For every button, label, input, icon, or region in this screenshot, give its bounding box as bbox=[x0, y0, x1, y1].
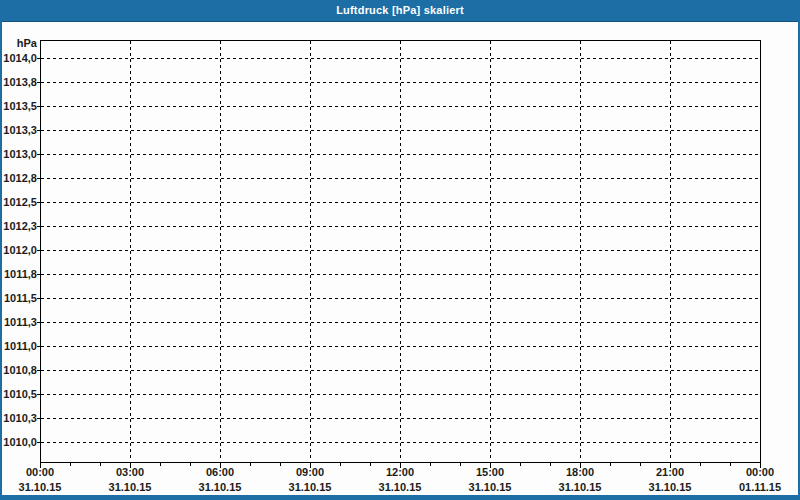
chart-grid bbox=[0, 0, 800, 500]
chart-window: Luftdruck [hPa] skaliert hPa 1014,01013,… bbox=[0, 0, 800, 500]
